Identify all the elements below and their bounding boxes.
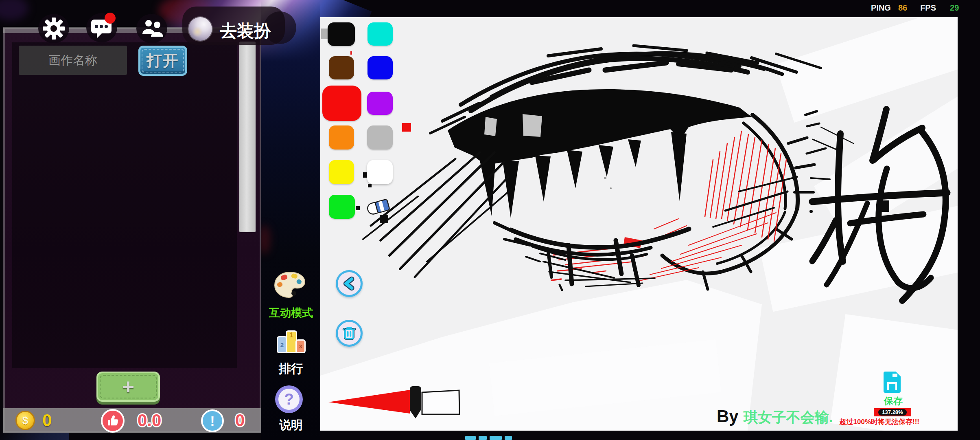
clipped-text-fragment xyxy=(465,436,476,440)
question-mark-icon: ? xyxy=(278,389,300,410)
brush-size-track xyxy=(422,390,459,414)
swatch-red-selected[interactable] xyxy=(322,86,361,121)
thumbs-up-icon xyxy=(107,415,119,427)
swatch-blue[interactable] xyxy=(368,56,393,79)
artwork-credit: By 琪女子不会输. xyxy=(717,407,833,427)
swatch-green[interactable] xyxy=(329,195,355,219)
fps-value: 29 xyxy=(950,3,959,13)
interactive-mode-button[interactable] xyxy=(273,271,307,303)
undo-icon xyxy=(340,275,358,293)
brush-size-fill xyxy=(328,390,410,414)
ranking-button[interactable]: 2 1 3 xyxy=(278,331,304,354)
swatch-yellow[interactable] xyxy=(329,160,354,184)
palette-icon xyxy=(275,272,305,297)
drawing-artwork xyxy=(320,17,958,431)
open-button[interactable]: 打开 xyxy=(138,46,187,76)
likes-icon xyxy=(101,409,125,433)
alert-exclamation-glyph: ! xyxy=(210,413,214,429)
undo-button[interactable] xyxy=(336,270,363,297)
trash-icon xyxy=(341,325,357,341)
dress-up-button[interactable]: 去装扮 xyxy=(220,20,271,42)
save-label[interactable]: 保存 xyxy=(877,395,910,407)
artwork-list[interactable] xyxy=(12,42,237,368)
clipped-text-fragment xyxy=(479,436,487,440)
background-art-blob xyxy=(0,0,28,20)
drawing-canvas[interactable]: By 琪女子不会输. 保存 137.28% 超过100%时将无法保存!!! xyxy=(320,17,958,431)
open-button-dash-border xyxy=(142,49,184,73)
artwork-list-scrollbar[interactable] xyxy=(239,42,256,232)
current-color-indicator xyxy=(402,123,411,132)
podium-first: 1 xyxy=(287,332,296,352)
people-icon xyxy=(142,20,163,37)
capacity-percent: 137.28% xyxy=(878,409,906,416)
alerts-value: 0 xyxy=(235,411,245,430)
credit-by: By xyxy=(717,407,739,426)
clear-canvas-button[interactable] xyxy=(336,320,363,347)
brush-size-handle[interactable] xyxy=(410,386,421,418)
help-button[interactable]: ? xyxy=(275,385,303,413)
coin-symbol: $ xyxy=(22,414,28,427)
help-label[interactable]: 说明 xyxy=(269,417,313,433)
game-screen: By 琪女子不会输. 保存 137.28% 超过100%时将无法保存!!! 打开… xyxy=(0,0,980,440)
player-avatar[interactable] xyxy=(188,17,212,41)
chat-notification-badge xyxy=(105,13,116,24)
coins-value: 0 xyxy=(42,411,52,430)
stray-paint-marks xyxy=(350,51,352,55)
alerts-icon: ! xyxy=(201,409,224,432)
swatch-cyan[interactable] xyxy=(368,22,393,46)
canvas-speck xyxy=(604,177,606,179)
add-button-dash-border xyxy=(100,375,157,398)
eraser-tool[interactable] xyxy=(364,196,395,218)
ping-value: 86 xyxy=(898,3,907,13)
ping-label: PING xyxy=(871,3,891,13)
canvas-speck xyxy=(610,187,612,189)
save-button[interactable] xyxy=(883,371,901,394)
swatch-orange[interactable] xyxy=(329,125,354,150)
podium-third: 3 xyxy=(297,341,304,352)
brush-size-slider[interactable] xyxy=(324,381,464,422)
friends-button[interactable] xyxy=(140,19,164,38)
add-artwork-button[interactable]: + xyxy=(96,372,160,402)
save-warning-text: 超过100%时将无法保存!!! xyxy=(840,417,919,427)
swatch-gray[interactable] xyxy=(367,125,393,150)
capacity-badge: 137.28% xyxy=(874,408,911,416)
clipped-text-fragment xyxy=(505,436,512,440)
swatch-white[interactable] xyxy=(367,160,393,184)
artwork-name-input[interactable] xyxy=(19,46,127,75)
interactive-mode-label[interactable]: 互动模式 xyxy=(265,306,317,320)
credit-author: 琪女子不会输. xyxy=(744,408,833,427)
swatch-purple[interactable] xyxy=(367,92,393,115)
coin-icon: $ xyxy=(15,411,35,430)
ranking-label[interactable]: 排行 xyxy=(269,361,313,377)
podium-second: 2 xyxy=(278,337,286,352)
settings-button[interactable] xyxy=(43,18,65,40)
fps-label: FPS xyxy=(920,3,936,13)
clipped-text-fragment xyxy=(490,436,502,440)
network-hud: PING 86 FPS 29 xyxy=(871,3,959,13)
likes-value: 0.0 xyxy=(138,411,161,430)
swatch-brown[interactable] xyxy=(329,56,354,79)
gear-icon-hole xyxy=(50,25,57,32)
swatch-black[interactable] xyxy=(328,22,355,46)
